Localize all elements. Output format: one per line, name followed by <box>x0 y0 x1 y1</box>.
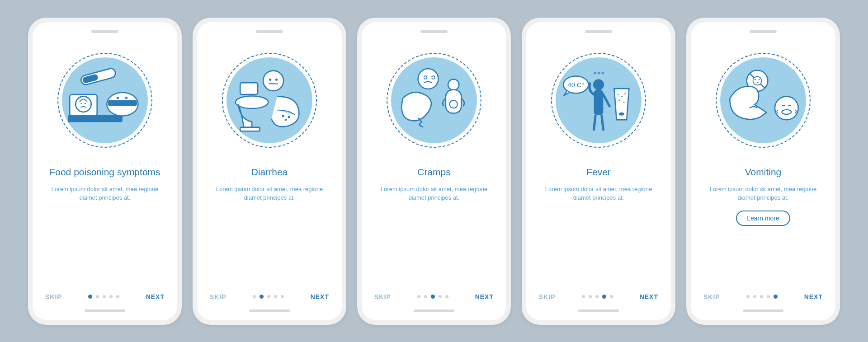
dot[interactable] <box>595 295 599 298</box>
svg-line-27 <box>594 116 595 129</box>
svg-rect-1 <box>68 115 123 122</box>
dot[interactable] <box>116 295 119 298</box>
screen-description: Lorem ipsum dolor sit amet, mea regione … <box>373 185 495 202</box>
svg-rect-14 <box>240 83 258 94</box>
skip-button[interactable]: SKIP <box>703 293 720 300</box>
dot[interactable] <box>274 295 277 298</box>
svg-point-30 <box>619 112 624 115</box>
dot[interactable] <box>424 295 427 298</box>
phone-frame: Cramps Lorem ipsum dolor sit amet, mea r… <box>357 18 511 325</box>
skip-button[interactable]: SKIP <box>374 293 391 300</box>
content: Food poisoning symptoms Lorem ipsum dolo… <box>43 157 166 293</box>
dot[interactable] <box>610 295 613 298</box>
screen-description: Lorem ipsum dolor sit amet, mea regione … <box>43 185 166 202</box>
svg-rect-16 <box>240 127 259 131</box>
phone-frame: Food poisoning symptoms Lorem ipsum dolo… <box>28 18 182 325</box>
skip-button[interactable]: SKIP <box>539 293 556 300</box>
screen-title: Diarrhea <box>208 166 331 178</box>
phone-screen: Vomiting Lorem ipsum dolor sit amet, mea… <box>691 22 835 320</box>
page-dots <box>88 295 119 299</box>
dot[interactable] <box>760 295 763 298</box>
toilet-icon <box>226 62 312 139</box>
dot[interactable] <box>253 295 256 298</box>
dot[interactable] <box>267 295 270 298</box>
svg-rect-26 <box>594 89 604 115</box>
dot[interactable] <box>96 295 99 298</box>
skip-button[interactable]: SKIP <box>45 293 62 300</box>
illustration-circle <box>720 57 806 143</box>
home-indicator <box>743 309 783 312</box>
dot[interactable] <box>767 295 770 298</box>
screen-title: Food poisoning symptoms <box>43 166 166 178</box>
content: Vomiting Lorem ipsum dolor sit amet, mea… <box>702 157 825 293</box>
next-button[interactable]: NEXT <box>640 293 658 300</box>
phone-frame: Diarrhea Lorem ipsum dolor sit amet, mea… <box>193 18 346 325</box>
svg-point-13 <box>275 78 278 80</box>
illustration: 40 C° <box>537 44 660 157</box>
stomach-pain-icon <box>391 62 477 139</box>
phone-frame: Vomiting Lorem ipsum dolor sit amet, mea… <box>686 18 840 325</box>
svg-point-34 <box>618 99 620 101</box>
dot[interactable] <box>602 295 606 299</box>
dot[interactable] <box>88 295 92 299</box>
onboarding-screens-row: Food poisoning symptoms Lorem ipsum dolo… <box>10 4 858 338</box>
svg-rect-22 <box>446 89 462 113</box>
svg-point-32 <box>622 96 623 97</box>
next-button[interactable]: NEXT <box>146 293 165 300</box>
skip-button[interactable]: SKIP <box>210 293 226 300</box>
screen-description: Lorem ipsum dolor sit amet, mea regione … <box>537 185 660 202</box>
screen-description: Lorem ipsum dolor sit amet, mea regione … <box>702 185 825 202</box>
dot[interactable] <box>746 295 750 298</box>
next-button[interactable]: NEXT <box>475 293 494 300</box>
illustration-circle <box>226 57 312 143</box>
nav-bar: SKIP NEXT <box>208 293 331 304</box>
next-button[interactable]: NEXT <box>311 293 329 300</box>
dot[interactable] <box>109 295 113 298</box>
phone-screen: Diarrhea Lorem ipsum dolor sit amet, mea… <box>197 22 342 320</box>
svg-rect-8 <box>108 100 137 106</box>
phone-frame: 40 C° Fever <box>522 18 675 325</box>
illustration-circle <box>62 57 148 143</box>
learn-more-button[interactable]: Learn more <box>736 211 790 226</box>
dot[interactable] <box>774 295 778 299</box>
page-dots <box>582 295 613 299</box>
dot[interactable] <box>582 295 585 298</box>
svg-point-17 <box>282 114 284 117</box>
phone-speaker <box>256 30 283 33</box>
phone-speaker <box>750 30 777 33</box>
home-indicator <box>249 309 290 312</box>
nav-bar: SKIP NEXT <box>373 293 495 304</box>
svg-point-35 <box>623 102 625 103</box>
illustration-circle <box>391 57 477 143</box>
fever-temperature-icon: 40 C° <box>556 62 642 139</box>
dot[interactable] <box>281 295 284 298</box>
svg-point-11 <box>263 70 283 91</box>
screen-title: Cramps <box>373 166 495 178</box>
illustration <box>373 44 495 157</box>
dot[interactable] <box>103 295 106 298</box>
dot[interactable] <box>753 295 756 298</box>
illustration <box>208 44 331 157</box>
dot[interactable] <box>417 295 420 298</box>
dot[interactable] <box>439 295 442 298</box>
nav-bar: SKIP NEXT <box>702 293 825 304</box>
page-dots <box>417 295 448 299</box>
phone-screen: Food poisoning symptoms Lorem ipsum dolo… <box>33 22 177 320</box>
dot[interactable] <box>259 295 264 299</box>
dot[interactable] <box>445 295 448 298</box>
screen-title: Fever <box>537 166 660 178</box>
temperature-label: 40 C° <box>567 81 584 89</box>
content: Diarrhea Lorem ipsum dolor sit amet, mea… <box>208 157 331 293</box>
next-button[interactable]: NEXT <box>804 293 823 300</box>
svg-point-33 <box>624 93 626 94</box>
content: Fever Lorem ipsum dolor sit amet, mea re… <box>537 157 660 293</box>
svg-point-39 <box>755 79 756 80</box>
svg-point-20 <box>418 69 439 89</box>
dot[interactable] <box>431 295 435 299</box>
svg-point-19 <box>285 119 287 121</box>
svg-point-15 <box>236 96 269 108</box>
svg-point-9 <box>117 97 119 99</box>
screen-title: Vomiting <box>702 166 825 178</box>
dot[interactable] <box>589 295 592 298</box>
svg-point-10 <box>125 97 127 99</box>
